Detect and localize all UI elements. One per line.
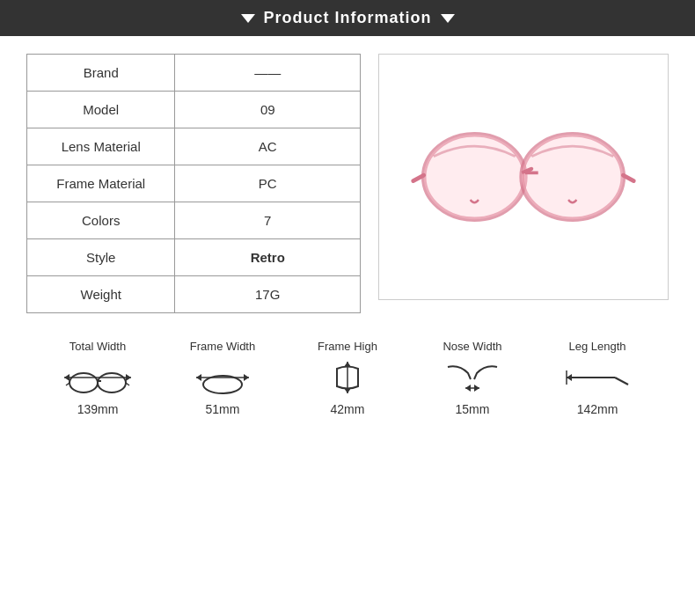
table-row: Model09 (27, 92, 361, 128)
measure-value-0: 139mm (77, 402, 119, 416)
table-value-3: PC (175, 165, 361, 202)
svg-point-11 (98, 373, 126, 392)
svg-marker-16 (196, 374, 201, 381)
product-image (409, 111, 638, 243)
table-value-6: 17G (175, 276, 361, 313)
measure-value-3: 15mm (456, 402, 490, 416)
measure-item-leg-length: Leg Length 142mm (545, 340, 650, 416)
top-section: Brand——Model09Lens MaterialACFrame Mater… (26, 54, 669, 313)
measure-icon-total-width (62, 360, 133, 395)
svg-marker-17 (244, 374, 249, 381)
measurements-section: Total Width 139mmFrame Width 51mmFrame H… (26, 331, 669, 416)
table-label-2: Lens Material (27, 128, 175, 165)
table-row: Frame MaterialPC (27, 165, 361, 202)
table-value-0: —— (175, 55, 361, 92)
svg-marker-26 (567, 374, 572, 381)
measure-item-frame-width: Frame Width 51mm (170, 340, 275, 416)
measure-label-2: Frame High (318, 340, 377, 353)
main-content: Brand——Model09Lens MaterialACFrame Mater… (0, 36, 695, 434)
svg-marker-8 (64, 374, 70, 381)
product-image-box (378, 54, 669, 300)
measure-label-3: Nose Width (443, 340, 501, 353)
header-title: Product Information (264, 9, 432, 27)
measure-icon-leg-length (562, 360, 633, 395)
svg-point-18 (203, 376, 242, 393)
measure-item-total-width: Total Width 139mm (45, 340, 150, 416)
table-row: StyleRetro (27, 239, 361, 276)
table-row: Lens MaterialAC (27, 128, 361, 165)
table-value-4: 7 (175, 202, 361, 239)
header-triangle-left (241, 14, 255, 23)
svg-point-10 (70, 373, 98, 392)
table-value-5: Retro (175, 239, 361, 276)
table-label-0: Brand (27, 55, 175, 92)
measure-label-4: Leg Length (568, 340, 626, 353)
svg-marker-9 (126, 374, 131, 381)
table-label-6: Weight (27, 276, 175, 313)
measure-value-1: 51mm (206, 402, 240, 416)
table-row: Weight17G (27, 276, 361, 313)
table-label-5: Style (27, 239, 175, 276)
measure-value-4: 142mm (577, 402, 618, 416)
header-triangle-right (441, 14, 455, 23)
svg-line-27 (615, 378, 628, 385)
svg-marker-23 (465, 385, 471, 392)
measure-label-0: Total Width (70, 340, 126, 353)
table-row: Brand—— (27, 55, 361, 92)
table-label-4: Colors (27, 202, 175, 239)
table-label-1: Model (27, 92, 175, 128)
table-value-2: AC (175, 128, 361, 165)
measure-value-2: 42mm (331, 402, 365, 416)
product-info-table: Brand——Model09Lens MaterialACFrame Mater… (26, 54, 361, 313)
measure-item-nose-width: Nose Width 15mm (420, 340, 525, 416)
svg-marker-24 (474, 385, 479, 392)
measure-icon-frame-high (312, 360, 383, 395)
measure-icon-frame-width (187, 360, 258, 395)
measure-label-1: Frame Width (190, 340, 255, 353)
table-row: Colors7 (27, 202, 361, 239)
measure-item-frame-high: Frame High 42mm (295, 340, 400, 416)
page-header: Product Information (0, 0, 695, 36)
table-label-3: Frame Material (27, 165, 175, 202)
table-value-1: 09 (175, 92, 361, 128)
measure-icon-nose-width (437, 360, 508, 395)
